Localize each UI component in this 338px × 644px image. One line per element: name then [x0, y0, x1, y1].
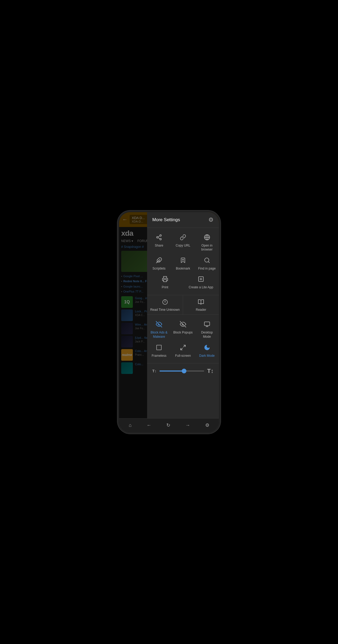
book-icon [198, 299, 204, 306]
reader-label: Reader [196, 308, 206, 312]
font-small-icon: T↕ [152, 369, 157, 373]
bookmark-button[interactable]: Bookmark [171, 254, 195, 273]
top-actions-grid: Share Copy URL [147, 231, 219, 273]
forward-button[interactable]: → [183, 420, 192, 430]
read-time-button[interactable]: Read Time Unknown [147, 295, 183, 315]
globe-icon [204, 234, 210, 242]
share-icon [156, 234, 162, 242]
fullscreen-button[interactable]: Full-screen [171, 341, 195, 360]
drawer-header: More Settings ⚙ [147, 212, 219, 228]
third-row-grid: Print Create a Lite App [147, 273, 219, 292]
block-ads-label: Block Ads & Malware [149, 331, 169, 339]
settings-button[interactable]: ⚙ [203, 420, 212, 430]
find-in-page-button[interactable]: Find in page [195, 254, 219, 273]
font-large-icon: T↕ [207, 368, 214, 374]
font-size-slider-thumb[interactable] [182, 369, 186, 373]
dark-mode-label: Dark Mode [199, 354, 215, 358]
open-browser-label: Open in browser [197, 244, 217, 252]
frameless-icon [156, 344, 162, 352]
svg-rect-13 [163, 280, 167, 282]
block-popups-icon [180, 321, 186, 329]
svg-line-12 [208, 261, 209, 262]
desktop-mode-label: Desktop Mode [197, 331, 217, 339]
refresh-button[interactable]: ↻ [164, 420, 172, 430]
plus-square-icon [198, 276, 204, 284]
timer-icon [162, 299, 168, 306]
svg-rect-22 [204, 322, 210, 326]
find-in-page-label: Find in page [198, 267, 216, 271]
print-icon [162, 276, 168, 284]
create-lite-app-label: Create a Lite App [189, 285, 213, 290]
font-size-slider-track[interactable] [159, 370, 204, 372]
copy-url-button[interactable]: Copy URL [171, 231, 195, 254]
top-actions-section: Share Copy URL [147, 228, 219, 295]
frameless-label: Frameless [152, 354, 166, 358]
phone-frame: ← XDA D... XDA-D... xda NEWS ▾ FORUM # S… [118, 211, 220, 434]
scriptlets-button[interactable]: Scriptlets [147, 254, 171, 273]
font-size-slider-fill [159, 370, 184, 372]
svg-rect-25 [157, 345, 161, 350]
dark-mode-button[interactable]: Dark Mode [195, 341, 219, 360]
block-popups-label: Block Popups [173, 331, 193, 335]
search-icon [204, 257, 210, 265]
create-lite-app-button[interactable]: Create a Lite App [183, 273, 219, 292]
bottom-navigation: ⌂ ← ↻ → ⚙ [119, 418, 219, 432]
monitor-icon [204, 321, 210, 329]
svg-line-27 [181, 348, 182, 350]
phone-inner: ← XDA D... XDA-D... xda NEWS ▾ FORUM # S… [119, 212, 219, 432]
scriptlets-label: Scriptlets [153, 267, 166, 271]
dark-mode-icon [204, 344, 210, 352]
font-size-section: T↕ T↕ [147, 363, 219, 379]
fullscreen-icon [180, 344, 186, 352]
read-time-label: Read Time Unknown [150, 308, 180, 312]
settings-gear-icon[interactable]: ⚙ [208, 216, 214, 223]
svg-line-26 [184, 345, 185, 347]
read-time-section: Read Time Unknown Reader [147, 295, 219, 315]
frameless-button[interactable]: Frameless [147, 341, 171, 360]
print-button[interactable]: Print [147, 273, 183, 292]
copy-url-label: Copy URL [176, 244, 190, 248]
bookmark-label: Bookmark [176, 267, 190, 271]
link-icon [180, 234, 186, 242]
back-button[interactable]: ← [144, 420, 153, 430]
desktop-mode-button[interactable]: Desktop Mode [195, 318, 219, 341]
print-label: Print [162, 285, 168, 290]
block-ads-icon [156, 321, 162, 329]
first-page-button[interactable]: ⌂ [126, 420, 134, 430]
fullscreen-label: Full-screen [175, 354, 191, 358]
svg-line-4 [158, 236, 160, 237]
more-settings-drawer: More Settings ⚙ Share [147, 212, 219, 432]
bookmark-icon [180, 257, 186, 265]
drawer-title: More Settings [152, 217, 180, 223]
reader-button[interactable]: Reader [183, 295, 219, 315]
block-ads-button[interactable]: Block Ads & Malware [147, 318, 171, 341]
svg-line-3 [158, 238, 160, 239]
puzzle-icon [156, 257, 162, 265]
open-browser-button[interactable]: Open in browser [195, 231, 219, 254]
share-label: Share [155, 244, 163, 248]
share-button[interactable]: Share [147, 231, 171, 254]
blocking-section: Block Ads & Malware Block Popups [147, 315, 219, 363]
blocking-grid: Block Ads & Malware Block Popups [147, 318, 219, 360]
block-popups-button[interactable]: Block Popups [171, 318, 195, 341]
